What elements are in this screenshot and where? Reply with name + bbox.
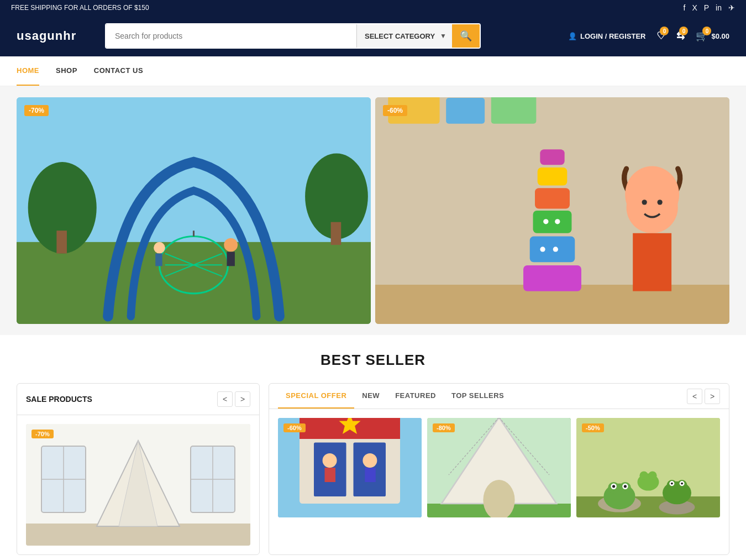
svg-point-28: [543, 219, 548, 224]
svg-rect-24: [530, 237, 575, 263]
special-badge-3: -50%: [582, 423, 604, 432]
svg-rect-27: [533, 211, 572, 233]
sale-prev-button[interactable]: <: [217, 391, 233, 407]
svg-rect-34: [633, 233, 671, 291]
special-badge-1: -60%: [283, 423, 306, 432]
sale-products-title: SALE PRODUCTS: [26, 395, 92, 404]
sale-product-svg: [26, 424, 250, 546]
products-area: SALE PRODUCTS < > -70%: [0, 374, 746, 560]
tabs-nav: < >: [687, 389, 720, 404]
sale-product-image: -70%: [26, 424, 250, 546]
svg-rect-58: [365, 468, 376, 482]
tab-new[interactable]: NEW: [354, 384, 387, 409]
compare-count: 0: [679, 27, 688, 35]
hero-image-2: [375, 97, 729, 324]
svg-rect-67: [576, 496, 720, 517]
hero-section: -70% -60%: [0, 86, 746, 335]
hero-discount-2: -60%: [383, 105, 407, 116]
sale-product-badge: -70%: [31, 430, 54, 438]
hero-discount-1: -70%: [24, 105, 49, 116]
login-label: LOGIN / REGISTER: [580, 32, 645, 40]
svg-point-75: [612, 485, 615, 488]
svg-rect-3: [56, 231, 67, 253]
category-wrapper: SELECT CATEGORY ▼: [356, 24, 452, 48]
svg-point-83: [681, 483, 683, 485]
nav-home[interactable]: HOME: [17, 56, 39, 86]
svg-rect-18: [446, 98, 485, 124]
svg-point-55: [323, 453, 337, 468]
category-select[interactable]: SELECT CATEGORY: [356, 24, 452, 48]
main-nav: HOME SHOP CONTACT US: [0, 56, 746, 86]
special-product-1[interactable]: -60%: [278, 418, 422, 517]
special-prev-button[interactable]: <: [687, 389, 702, 404]
nav-shop[interactable]: SHOP: [56, 56, 77, 86]
linkedin-icon[interactable]: in: [716, 3, 722, 12]
search-input[interactable]: [106, 24, 356, 48]
special-next-button[interactable]: >: [705, 389, 720, 404]
svg-point-35: [625, 166, 679, 223]
social-icons: f X P in ✈: [684, 3, 735, 12]
compare-button[interactable]: ⇆ 0: [676, 30, 685, 42]
search-bar: SELECT CATEGORY ▼ 🔍: [105, 23, 481, 49]
svg-point-13: [154, 242, 165, 254]
sale-next-button[interactable]: >: [235, 391, 250, 407]
hero-banner-1[interactable]: -70%: [17, 97, 371, 324]
sale-panel-nav: < >: [217, 391, 250, 407]
wishlist-button[interactable]: ♡ 0: [656, 30, 665, 42]
special-products-grid: -60% -80%: [269, 409, 729, 526]
facebook-icon[interactable]: f: [684, 3, 686, 12]
tab-featured[interactable]: FEATURED: [387, 384, 444, 409]
svg-rect-31: [538, 168, 568, 186]
sale-panel-header: SALE PRODUCTS < >: [17, 384, 259, 415]
svg-rect-20: [523, 265, 581, 291]
twitter-x-icon[interactable]: X: [692, 3, 697, 12]
header-actions: 👤 LOGIN / REGISTER ♡ 0 ⇆ 0 🛒 0 $0.00: [568, 30, 729, 42]
svg-point-77: [663, 482, 691, 505]
svg-point-86: [648, 472, 657, 480]
sale-products-panel: SALE PRODUCTS < > -70%: [17, 383, 260, 555]
shipping-text: FREE SHIPPING FOR ALL ORDERS OF $150: [11, 4, 149, 12]
login-register[interactable]: 👤 LOGIN / REGISTER: [568, 32, 645, 40]
svg-rect-5: [331, 222, 342, 245]
tab-top-sellers[interactable]: TOP SELLERS: [444, 384, 512, 409]
svg-rect-30: [535, 188, 570, 208]
special-product-2[interactable]: -80%: [427, 418, 571, 517]
svg-rect-14: [155, 254, 162, 266]
hero-image-1: [17, 97, 371, 324]
hero-banner-2[interactable]: -60%: [375, 97, 729, 324]
cart-count: 0: [702, 27, 711, 35]
logo: usagunhr: [17, 29, 94, 43]
telegram-icon[interactable]: ✈: [728, 3, 735, 12]
svg-point-76: [624, 485, 627, 488]
best-seller-section: BEST SELLER: [0, 335, 746, 374]
pinterest-icon[interactable]: P: [704, 3, 709, 12]
search-icon: 🔍: [460, 30, 472, 42]
svg-point-57: [363, 453, 377, 468]
cart-total: $0.00: [711, 32, 729, 40]
top-bar: FREE SHIPPING FOR ALL ORDERS OF $150 f X…: [0, 0, 746, 15]
svg-rect-32: [540, 149, 564, 165]
header: usagunhr SELECT CATEGORY ▼ 🔍 👤 LOGIN / R…: [0, 15, 746, 56]
svg-rect-1: [17, 242, 371, 324]
svg-point-11: [224, 238, 238, 252]
tabs-header: SPECIAL OFFER NEW FEATURED TOP SELLERS <…: [269, 384, 729, 409]
search-button[interactable]: 🔍: [452, 24, 480, 48]
special-badge-2: -80%: [433, 423, 455, 432]
svg-point-26: [553, 247, 558, 252]
nav-contact-us[interactable]: CONTACT US: [94, 56, 143, 86]
user-icon: 👤: [568, 32, 577, 40]
svg-point-36: [642, 200, 647, 205]
wishlist-count: 0: [660, 27, 669, 35]
svg-point-25: [540, 247, 545, 252]
svg-rect-19: [491, 97, 537, 124]
tab-special-offer[interactable]: SPECIAL OFFER: [278, 384, 354, 409]
svg-point-85: [639, 472, 648, 480]
best-seller-title: BEST SELLER: [17, 352, 729, 369]
special-product-3[interactable]: -50%: [576, 418, 720, 517]
svg-rect-12: [227, 252, 234, 266]
svg-rect-56: [325, 468, 336, 482]
cart-button[interactable]: 🛒 0 $0.00: [696, 30, 729, 42]
svg-point-29: [555, 219, 560, 224]
svg-point-82: [671, 483, 673, 485]
sale-panel-body: -70%: [17, 415, 259, 554]
